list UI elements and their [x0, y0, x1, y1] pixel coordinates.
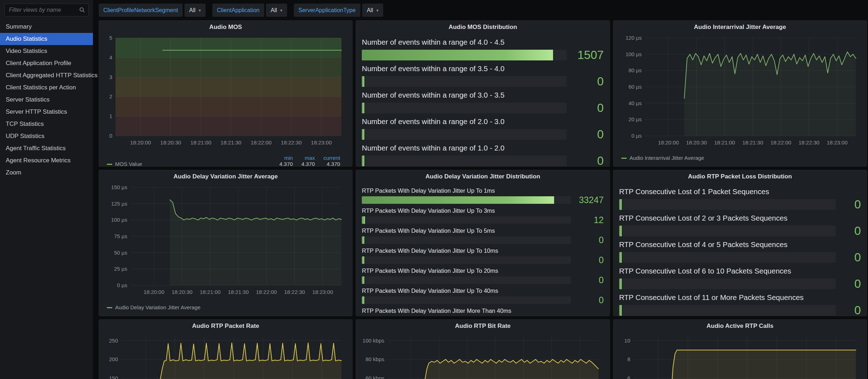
grafana-dashboard: SummaryAudio StatisticsVideo StatisticsC…: [0, 0, 868, 379]
bar-gauge-fill: [362, 156, 364, 166]
sidebar-item-client-aggregated-http-statistics[interactable]: Client Aggregated HTTP Statistics: [0, 69, 93, 82]
chart-canvas[interactable]: 024681018:20:0018:20:3018:21:0018:21:301…: [613, 333, 867, 379]
bar-gauge-label: RTP Packets With Delay Variation Jitter …: [362, 187, 603, 194]
chart-canvas[interactable]: 0 µs25 µs50 µs75 µs100 µs125 µs150 µs18:…: [99, 183, 352, 304]
bar-gauge-track: [362, 50, 566, 60]
chart-legend: Audio Interarrival Jitter Average: [613, 154, 867, 163]
svg-text:18:21:30: 18:21:30: [742, 139, 763, 146]
svg-text:200: 200: [109, 356, 118, 362]
bar-gauge-label: Number of events within a range of 1.0 -…: [362, 144, 603, 152]
legend-item[interactable]: MOS Value: [107, 161, 142, 166]
bar-gauge-label: RTP Packets With Delay Variation Jitter …: [362, 207, 603, 214]
sidebar: SummaryAudio StatisticsVideo StatisticsC…: [0, 0, 93, 379]
panel-audio-delay-variation-jitter-average: Audio Delay Variation Jitter Average0 µs…: [99, 170, 352, 316]
filter-selected-value: All: [189, 7, 196, 14]
svg-text:18:21:00: 18:21:00: [714, 139, 735, 146]
svg-text:1: 1: [109, 113, 112, 119]
legend-stat-header: min: [280, 155, 293, 161]
sidebar-item-server-http-statistics[interactable]: Server HTTP Statistics: [0, 106, 93, 118]
bar-gauge-row: Number of events within a range of 1.0 -…: [362, 144, 603, 166]
bar-gauge-track: [362, 296, 571, 304]
sidebar-item-zoom[interactable]: Zoom: [0, 167, 93, 179]
bar-gauge-fill: [362, 236, 364, 244]
panel-audio-interarrival-jitter-average: Audio Interarrival Jitter Average0 µs20 …: [613, 20, 867, 167]
legend-stat-value: 4.370: [324, 161, 340, 166]
svg-text:60 µs: 60 µs: [628, 84, 642, 90]
bar-gauge-value: 1507: [567, 49, 604, 61]
sidebar-item-client-statistics-per-action[interactable]: Client Statistics per Action: [0, 82, 93, 94]
svg-text:60 kbps: 60 kbps: [366, 375, 385, 379]
bar-gauge-value: 0: [571, 236, 604, 245]
svg-text:40 µs: 40 µs: [628, 100, 642, 106]
sidebar-item-tcp-statistics[interactable]: TCP Statistics: [0, 118, 93, 130]
chart-canvas[interactable]: 01234518:20:0018:20:3018:21:0018:21:3018…: [99, 34, 352, 154]
bar-gauge-track: [362, 216, 571, 224]
legend-item[interactable]: Audio Delay Variation Jitter Average: [107, 305, 201, 310]
svg-text:2: 2: [109, 93, 112, 99]
bar-gauge-body: RTP Packets With Delay Variation Jitter …: [356, 183, 609, 316]
bar-gauge-row: RTP Packets With Delay Variation Jitter …: [362, 187, 603, 205]
bar-gauge-track: [619, 226, 836, 236]
panel-title[interactable]: Audio Delay Variation Jitter Average: [99, 170, 352, 183]
chart-canvas[interactable]: 05010015020025018:20:0018:20:3018:21:001…: [99, 333, 352, 379]
sidebar-item-summary[interactable]: Summary: [0, 21, 93, 33]
filter-label: ClientProfileNetworkSegment: [99, 4, 183, 17]
bar-gauge-body: RTP Consecutive Lost of 1 Packet Sequenc…: [613, 183, 867, 316]
panel-title[interactable]: Audio Delay Variation Jitter Distributio…: [356, 170, 609, 183]
sidebar-item-agent-traffic-statistics[interactable]: Agent Traffic Statistics: [0, 142, 93, 154]
bar-gauge-label: RTP Consecutive Lost of 1 Packet Sequenc…: [619, 187, 861, 196]
panel-audio-rtp-packet-rate: Audio RTP Packet Rate05010015020025018:2…: [99, 319, 352, 379]
panel-title[interactable]: Audio Interarrival Jitter Average: [613, 21, 867, 34]
bar-gauge-label: RTP Consecutive Lost of 11 or More Packe…: [619, 293, 861, 302]
bar-gauge-track: [619, 252, 836, 263]
svg-text:0 µs: 0 µs: [631, 133, 642, 139]
legend-item[interactable]: Audio Interarrival Jitter Average: [621, 155, 704, 161]
bar-gauge-row: Number of events within a range of 4.0 -…: [362, 38, 603, 61]
bar-gauge-track: [619, 199, 836, 210]
bar-gauge-row: RTP Consecutive Lost of 4 or 5 Packets S…: [619, 240, 861, 263]
bar-gauge-label: RTP Consecutive Lost of 2 or 3 Packets S…: [619, 214, 861, 222]
filter-value-dropdown[interactable]: All▾: [184, 4, 206, 17]
sidebar-item-server-statistics[interactable]: Server Statistics: [0, 94, 93, 106]
sidebar-item-agent-resource-metrics[interactable]: Agent Resource Metrics: [0, 154, 93, 167]
bar-gauge-row: Number of events within a range of 2.0 -…: [362, 117, 603, 140]
search-input[interactable]: [4, 4, 89, 16]
bar-gauge-track: [619, 305, 836, 316]
bar-gauge-fill: [362, 296, 364, 304]
filter-value-dropdown[interactable]: All▾: [266, 4, 287, 17]
bar-gauge-row: RTP Packets With Delay Variation Jitter …: [362, 247, 603, 265]
svg-text:18:22:00: 18:22:00: [256, 289, 277, 295]
sidebar-item-client-application-profile[interactable]: Client Application Profile: [0, 57, 93, 69]
bar-gauge-fill: [619, 252, 622, 263]
panel-title[interactable]: Audio RTP Packet Rate: [99, 320, 352, 333]
bar-gauge-track: [362, 236, 571, 244]
panel-title[interactable]: Audio MOS Distribution: [356, 21, 609, 34]
svg-text:150 µs: 150 µs: [111, 184, 127, 190]
svg-text:0: 0: [109, 133, 112, 139]
sidebar-item-audio-statistics[interactable]: Audio Statistics: [0, 33, 93, 45]
svg-text:80 kbps: 80 kbps: [366, 356, 385, 362]
bar-gauge-fill: [619, 199, 622, 210]
bar-gauge-value: 0: [836, 225, 861, 237]
legend-series-name: Audio Delay Variation Jitter Average: [115, 305, 201, 310]
legend-series-dash: [107, 307, 112, 308]
svg-text:18:22:30: 18:22:30: [798, 139, 819, 146]
sidebar-item-udp-statistics[interactable]: UDP Statistics: [0, 130, 93, 142]
panel-title[interactable]: Audio RTP Packet Loss Distribution: [613, 170, 867, 183]
bar-gauge-label: Number of events within a range of 4.0 -…: [362, 38, 603, 46]
panel-title[interactable]: Audio RTP Bit Rate: [356, 320, 609, 333]
filter-value-dropdown[interactable]: All▾: [362, 4, 383, 17]
chart-canvas[interactable]: 0 kbps20 kbps40 kbps60 kbps80 kbps100 kb…: [356, 333, 609, 379]
bar-gauge-row: RTP Consecutive Lost of 1 Packet Sequenc…: [619, 187, 861, 210]
chart-canvas[interactable]: 0 µs20 µs40 µs60 µs80 µs100 µs120 µs18:2…: [613, 34, 867, 154]
legend-stat-value: 4.370: [301, 161, 315, 166]
legend-series-dash: [621, 158, 627, 159]
svg-text:100 kbps: 100 kbps: [363, 338, 384, 344]
filter-serverapplicationtype: ServerApplicationTypeAll▾: [294, 4, 383, 17]
bar-gauge-row: RTP Packets With Delay Variation Jitter …: [362, 267, 603, 285]
bar-gauge-row: RTP Packets With Delay Variation Jitter …: [362, 207, 603, 225]
panel-title[interactable]: Audio MOS: [99, 21, 352, 34]
panel-title[interactable]: Audio Active RTP Calls: [613, 320, 867, 333]
sidebar-item-video-statistics[interactable]: Video Statistics: [0, 45, 93, 57]
svg-text:80 µs: 80 µs: [628, 67, 642, 73]
